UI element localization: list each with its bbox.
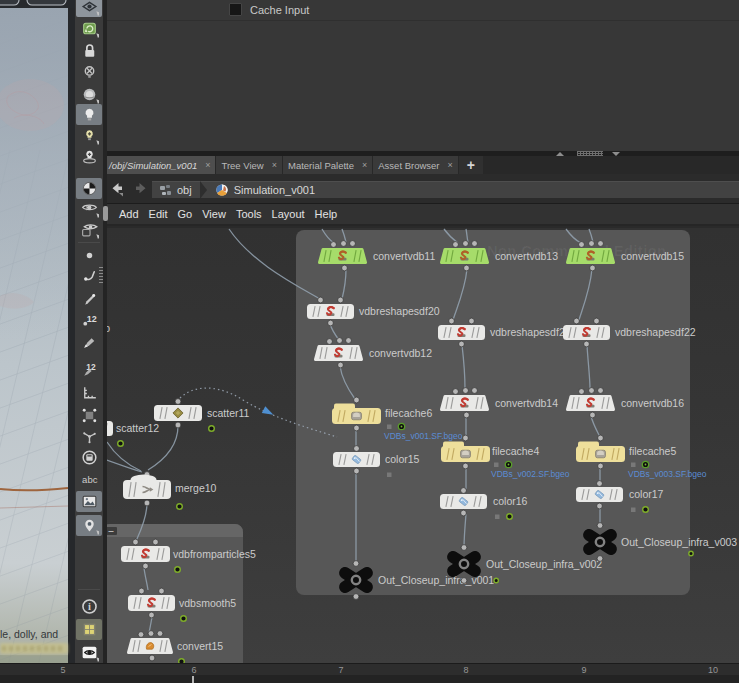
connector-dot[interactable] [584,341,590,347]
connector-dot[interactable] [598,463,604,469]
dotted-net-icon[interactable] [76,405,102,426]
view-eye-icon[interactable] [76,0,102,17]
connector-dot[interactable] [354,425,360,431]
breadcrumb-simulation[interactable]: Simulation_v001 [208,182,322,198]
connector-dot[interactable] [157,631,163,637]
connector-dot[interactable] [463,388,469,394]
connector-dot[interactable] [341,241,347,247]
bypass-badge[interactable] [631,463,636,468]
back-button[interactable] [108,180,126,198]
playbar-track[interactable] [0,675,739,683]
sphere-icon[interactable] [76,84,102,105]
connector-dot[interactable] [579,389,585,395]
node-merge10[interactable]: merge10 [123,472,217,510]
connector-dot[interactable] [461,488,467,494]
connector-dot[interactable] [589,388,595,394]
menu-add[interactable]: Add [119,208,139,220]
connector-dot[interactable] [148,631,154,637]
node-flag[interactable] [177,504,183,510]
connector-dot[interactable] [354,446,360,452]
connector-dot[interactable] [469,318,475,324]
scrollbar-thumb[interactable] [103,206,108,221]
connector-dot[interactable] [453,242,459,248]
scene-viewport[interactable] [0,0,68,663]
info-circle-icon[interactable]: i [76,596,102,617]
connector-dot[interactable] [472,241,478,247]
connector-dot[interactable] [590,412,596,418]
connector-dot[interactable] [149,655,155,661]
connector-dot[interactable] [143,563,149,569]
connector-dot[interactable] [338,297,344,303]
node-flag[interactable] [643,507,649,513]
lightbulb-icon[interactable] [76,104,102,125]
tab-obj-simulation[interactable]: /obj/Simulation_v001 × [104,156,215,174]
tab-close-icon[interactable]: × [205,160,210,170]
node-scatter11[interactable]: scatter11 [154,399,250,432]
bypass-badge[interactable] [494,463,499,468]
breadcrumb-obj[interactable]: obj [152,182,199,198]
disk-circle-icon[interactable] [76,447,102,468]
count-12-pen-icon[interactable]: 12 [76,359,102,380]
node-flag[interactable] [507,514,513,520]
pin-icon[interactable] [76,515,102,536]
tab-material-palette[interactable]: Material Palette × [283,156,372,174]
abc-icon[interactable]: abc [76,469,102,490]
connector-dot[interactable] [598,241,604,247]
playbar-ruler[interactable]: 5678910 [0,663,739,683]
eye-box-icon[interactable] [76,219,102,240]
node-flag[interactable] [118,441,124,447]
connector-dot[interactable] [159,588,165,594]
bypass-badge[interactable] [387,473,392,478]
connector-dot[interactable] [354,397,360,403]
frame-marker[interactable] [192,676,194,683]
corner-ruler-icon[interactable] [76,382,102,403]
connector-dot[interactable] [461,578,467,584]
connector-dot[interactable] [318,297,324,303]
connector-dot[interactable] [594,318,600,324]
connector-dot[interactable] [337,338,343,344]
node-flag[interactable] [209,426,215,432]
pane-border[interactable] [103,0,107,663]
connector-dot[interactable] [464,265,470,271]
connector-dot[interactable] [331,242,337,248]
pen-icon[interactable] [76,289,102,310]
connector-dot[interactable] [133,539,139,545]
connector-dot[interactable] [144,500,150,506]
menu-edit[interactable]: Edit [149,208,168,220]
menu-tools[interactable]: Tools [236,208,262,220]
connector-dot[interactable] [449,318,455,324]
connector-dot[interactable] [590,265,596,271]
forward-button[interactable] [132,180,150,198]
connector-dot[interactable] [463,241,469,247]
connector-dot[interactable] [138,632,144,638]
connector-dot[interactable] [579,242,585,248]
toolbar-grip[interactable] [99,267,103,284]
tab-close-icon[interactable]: × [362,160,367,170]
node-flag[interactable] [175,567,181,573]
connector-dot[interactable] [354,468,360,474]
tab-tree-view[interactable]: Tree View × [216,156,282,174]
connector-dot[interactable] [139,588,145,594]
new-tab-button[interactable]: + [459,156,483,174]
bulb-add-icon[interactable] [76,125,102,146]
network-editor[interactable]: –Non Commercial Editionb convertvdb11 co… [104,228,739,663]
menu-help[interactable]: Help [315,208,338,220]
bulb-ring-icon[interactable] [76,146,102,167]
menu-layout[interactable]: Layout [272,208,305,220]
tab-close-icon[interactable]: × [272,160,277,170]
node-flag[interactable] [689,551,693,555]
connector-dot[interactable] [597,523,603,529]
connector-dot[interactable] [597,503,603,509]
connector-dot[interactable] [463,435,469,441]
connector-dot[interactable] [149,612,155,618]
fan-icon[interactable] [76,426,102,447]
checker-ball-icon[interactable] [76,178,102,199]
tab-asset-browser[interactable]: Asset Browser × [373,156,458,174]
connector-dot[interactable] [346,338,352,344]
node-flag[interactable] [181,616,187,622]
connector-dot[interactable] [598,435,604,441]
connector-dot[interactable] [353,594,359,600]
point-dot-icon[interactable] [76,245,102,266]
connector-dot[interactable] [459,341,465,347]
menu-view[interactable]: View [202,208,226,220]
